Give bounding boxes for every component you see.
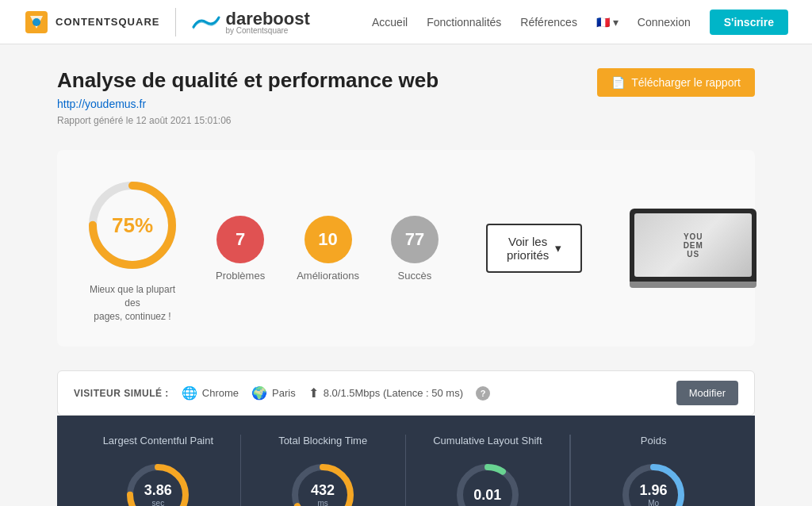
location-icon: 🌍 — [251, 385, 267, 401]
visitor-label: VISITEUR SIMULÉ : — [74, 388, 169, 399]
priorities-container: Voir les priorités ▾ — [486, 224, 582, 273]
header-divider — [175, 8, 176, 36]
gauge-text: 75% — [112, 213, 153, 238]
lcp-metric: Largest Contentful Paint 3.86 sec ? — [76, 435, 241, 506]
problems-badge: 7 — [216, 216, 264, 263]
ameliorations-label: Améliorations — [297, 270, 359, 282]
score-gauge: 75% — [81, 174, 184, 277]
poids-donut: 1.96 Mo — [618, 459, 689, 506]
priorities-button[interactable]: Voir les priorités ▾ — [486, 224, 582, 273]
tbt-metric: Total Blocking Time 432 ms ? — [241, 435, 406, 506]
page-title: Analyse de qualité et performance web — [57, 68, 439, 93]
tbt-value: 432 — [311, 482, 335, 499]
visitor-location: 🌍 Paris — [251, 385, 296, 401]
report-date: Rapport généré le 12 août 2021 15:01:06 — [57, 115, 232, 126]
visitor-speed: ⬆ 8.0/1.5Mbps (Latence : 50 ms) — [308, 385, 463, 401]
cls-metric: Cumulative Layout Shift 0.01 ? — [406, 435, 571, 506]
nav-accueil[interactable]: Accueil — [372, 16, 408, 29]
main-content: Analyse de qualité et performance web ht… — [41, 44, 771, 506]
nav-fonctionnalites[interactable]: Fonctionnalités — [427, 16, 501, 29]
metrics-grid: Largest Contentful Paint 3.86 sec ? Tota… — [76, 435, 736, 506]
visitor-info: 🌐 Chrome 🌍 Paris ⬆ 8.0/1.5Mbps (Latence … — [182, 385, 664, 401]
svg-point-2 — [33, 18, 40, 26]
ameliorations-badge: 10 — [304, 216, 352, 263]
site-header: CONTENTSQUARE dareboost by Contentsquare… — [0, 0, 812, 44]
score-gauge-container: 75% Mieux que la plupart despages, conti… — [81, 174, 184, 323]
download-button[interactable]: 📄 Télécharger le rapport — [597, 68, 755, 97]
speed-icon: ⬆ — [308, 385, 319, 401]
poids-metric: Poids 1.96 Mo HTML — [571, 435, 736, 506]
chevron-down-icon: ▾ — [555, 241, 561, 255]
ameliorations-metric: 10 Améliorations — [297, 216, 359, 282]
score-section: 75% Mieux que la plupart despages, conti… — [57, 150, 755, 347]
problems-metric: 7 Problèmes — [216, 216, 265, 282]
gauge-subtitle: Mieux que la plupart despages, continuez… — [81, 283, 184, 323]
db-icon — [192, 11, 220, 33]
title-section: Analyse de qualité et performance web ht… — [57, 68, 755, 126]
modifier-button[interactable]: Modifier — [676, 381, 738, 405]
score-metrics: 7 Problèmes 10 Améliorations 77 Succès — [216, 216, 439, 282]
poids-unit: Mo — [640, 499, 668, 506]
contentsquare-logo: CONTENTSQUARE — [24, 10, 159, 35]
login-button[interactable]: Connexion — [638, 16, 691, 29]
lcp-value: 3.86 — [144, 482, 172, 499]
tbt-title: Total Blocking Time — [257, 435, 389, 447]
cls-value: 0.01 — [473, 487, 501, 504]
cls-title: Cumulative Layout Shift — [422, 435, 554, 447]
title-left: Analyse de qualité et performance web ht… — [57, 68, 439, 126]
problems-label: Problèmes — [216, 270, 265, 282]
tbt-unit: ms — [311, 499, 335, 506]
visitor-bar: VISITEUR SIMULÉ : 🌐 Chrome 🌍 Paris ⬆ 8.0… — [57, 370, 755, 416]
lcp-unit: sec — [144, 499, 172, 506]
laptop-preview: YOUDEMUS — [630, 209, 756, 288]
lcp-title: Largest Contentful Paint — [92, 435, 224, 447]
lcp-donut: 3.86 sec — [122, 459, 193, 506]
register-button[interactable]: S'inscrire — [710, 10, 788, 35]
metrics-panel: Largest Contentful Paint 3.86 sec ? Tota… — [57, 416, 755, 506]
dareboost-logo: dareboost by Contentsquare — [192, 9, 309, 35]
nav-references[interactable]: Références — [520, 16, 577, 29]
cs-text: CONTENTSQUARE — [56, 16, 159, 28]
site-url[interactable]: http://youdemus.fr — [57, 98, 439, 110]
poids-title: Poids — [587, 435, 720, 447]
tbt-donut: 432 ms — [287, 459, 358, 506]
help-icon[interactable]: ? — [476, 386, 490, 401]
visitor-browser: 🌐 Chrome — [182, 385, 239, 401]
chrome-icon: 🌐 — [182, 385, 197, 401]
succes-metric: 77 Succès — [391, 216, 439, 282]
cls-donut: 0.01 — [452, 459, 523, 506]
poids-value: 1.96 — [640, 482, 668, 499]
succes-label: Succès — [391, 270, 439, 282]
language-selector[interactable]: 🇫🇷 ▾ — [596, 16, 619, 29]
succes-badge: 77 — [391, 216, 439, 263]
main-nav: Accueil Fonctionnalités Références 🇫🇷 ▾ … — [372, 10, 788, 35]
cs-icon — [24, 10, 49, 35]
gauge-percent: 75% — [112, 213, 153, 237]
download-icon: 📄 — [611, 76, 625, 89]
